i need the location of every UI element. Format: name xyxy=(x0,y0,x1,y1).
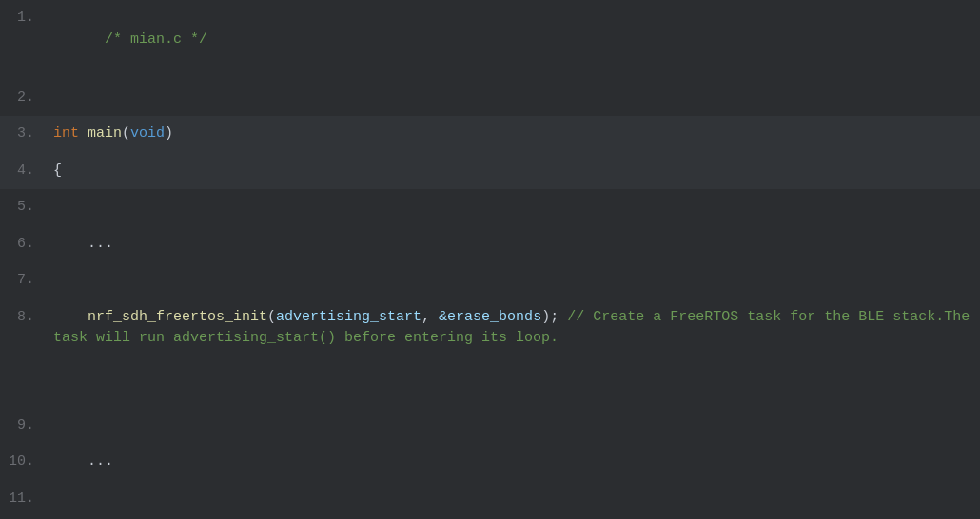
paren-open: ( xyxy=(122,125,130,142)
code-line-8: 8. nrf_sdh_freertos_init(advertising_sta… xyxy=(0,299,980,408)
line-content-4: { xyxy=(46,153,980,190)
ellipsis-2: ... xyxy=(88,453,113,470)
param-erase: &erase_bonds xyxy=(439,309,541,325)
code-line-1: 1. /* mian.c */ xyxy=(0,0,980,80)
line-number-2: 2. xyxy=(0,80,46,117)
comment-token: /* mian.c */ xyxy=(105,31,207,48)
line-content-9 xyxy=(46,408,980,423)
code-line-10: 10. ... xyxy=(0,444,980,481)
ellipsis-1: ... xyxy=(88,236,113,252)
line-number-4: 4. xyxy=(0,153,46,190)
line-number-8: 8. xyxy=(0,299,46,336)
keyword-void: void xyxy=(130,125,165,142)
line-number-9: 9. xyxy=(0,408,46,445)
line-content-5 xyxy=(46,189,980,204)
line-content-7 xyxy=(46,262,980,278)
line-number-5: 5. xyxy=(0,189,46,226)
paren-close-2: ); xyxy=(541,309,559,325)
code-line-5: 5. xyxy=(0,189,980,226)
func-main: main xyxy=(88,125,122,142)
paren-open-2: ( xyxy=(267,309,276,325)
line-number-3: 3. xyxy=(0,116,46,153)
code-line-6: 6. ... xyxy=(0,226,980,263)
code-editor: 1. /* mian.c */ 2. 3. int main(void) 4. … xyxy=(0,0,980,519)
keyword-int: int xyxy=(53,125,79,142)
line-number-11: 11. xyxy=(0,481,46,518)
line-content-3: int main(void) xyxy=(46,116,980,153)
line-number-6: 6. xyxy=(0,226,46,263)
brace-open: { xyxy=(53,163,62,179)
comma: , xyxy=(421,309,439,325)
code-line-3: 3. int main(void) xyxy=(0,116,980,153)
line-number-10: 10. xyxy=(0,444,46,481)
code-line-11: 11. xyxy=(0,481,980,518)
paren-close: ) xyxy=(165,125,173,142)
code-line-4: 4. { xyxy=(0,153,980,190)
line-content-10: ... xyxy=(46,444,980,481)
line-content-2 xyxy=(46,80,980,95)
line-content-8: nrf_sdh_freertos_init(advertising_start,… xyxy=(46,299,980,357)
param-advertising: advertising_start xyxy=(276,309,421,325)
line-content-6: ... xyxy=(46,226,980,263)
code-line-7: 7. xyxy=(0,262,980,299)
line-content-1: /* mian.c */ xyxy=(46,0,980,80)
code-line-9: 9. xyxy=(0,408,980,445)
code-line-2: 2. xyxy=(0,80,980,117)
func-nrf: nrf_sdh_freertos_init xyxy=(88,309,267,325)
line-number-1: 1. xyxy=(0,0,46,37)
line-number-7: 7. xyxy=(0,262,46,299)
line-content-11 xyxy=(46,481,980,496)
